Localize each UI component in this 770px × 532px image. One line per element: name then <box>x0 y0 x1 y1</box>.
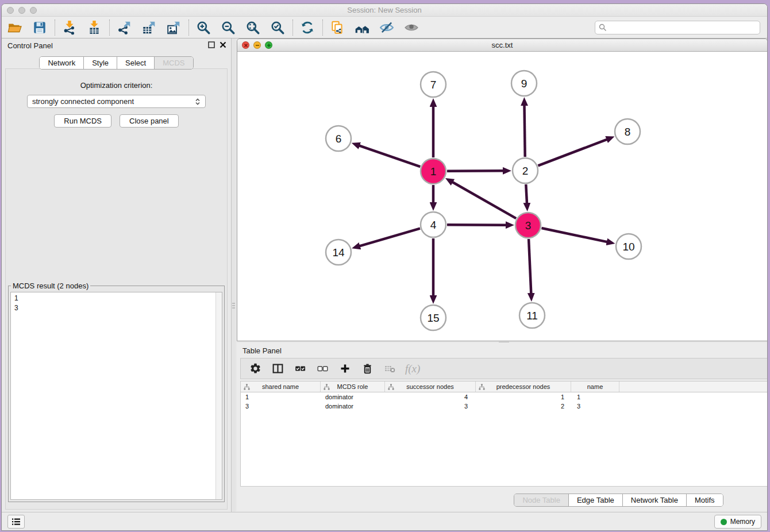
column-label: successor nodes <box>406 383 454 390</box>
import-network-icon[interactable] <box>61 20 77 35</box>
function-builder-icon[interactable]: f(x) <box>405 362 420 376</box>
tab-edge-table[interactable]: Edge Table <box>568 494 622 506</box>
result-scrollbar[interactable] <box>215 292 222 499</box>
search-icon <box>599 24 607 32</box>
close-window-button[interactable] <box>7 7 14 14</box>
search-input[interactable] <box>610 24 756 32</box>
control-panel-tabs: NetworkStyleSelectMCDS <box>39 56 193 70</box>
edge-3-1[interactable] <box>452 182 516 218</box>
criterion-select[interactable]: strongly connected component <box>27 95 206 108</box>
node-3[interactable]: 3 <box>515 213 541 238</box>
zoom-out-icon[interactable] <box>220 20 236 35</box>
column-header-mcds-role[interactable]: MCDS role <box>321 381 385 392</box>
open-folder-icon[interactable] <box>7 20 22 35</box>
network-canvas[interactable]: 7968124314101511 <box>237 52 767 340</box>
edge-2-8[interactable] <box>538 140 607 166</box>
node-11[interactable]: 11 <box>519 303 545 328</box>
hide-selected-icon[interactable] <box>379 20 394 35</box>
maximize-network-button[interactable] <box>265 41 272 49</box>
node-10[interactable]: 10 <box>616 234 641 259</box>
close-panel-button[interactable]: Close panel <box>120 114 179 128</box>
window-title: Session: New Session <box>2 4 767 16</box>
node-label: 11 <box>526 310 538 322</box>
column-header-successor-nodes[interactable]: successor nodes <box>385 381 476 392</box>
search-box <box>595 21 760 34</box>
show-columns-icon[interactable] <box>271 362 284 376</box>
edge-4-14[interactable] <box>359 229 419 246</box>
node-1[interactable]: 1 <box>421 159 446 184</box>
zoom-in-icon[interactable] <box>195 20 211 35</box>
network-desktop: scc.txt 7968124314101511 Table Panel <box>236 38 767 513</box>
node-9[interactable]: 9 <box>511 71 537 96</box>
edge-2-3[interactable] <box>526 184 527 203</box>
memory-button[interactable]: Memory <box>714 515 761 529</box>
export-table-icon[interactable] <box>141 20 156 35</box>
close-panel-icon[interactable] <box>220 41 226 48</box>
tab-mcds[interactable]: MCDS <box>154 57 192 69</box>
table-cell: 3 <box>241 402 321 411</box>
node-2[interactable]: 2 <box>513 158 538 183</box>
table-row[interactable]: 3dominator323 <box>241 402 768 411</box>
edge-3-11[interactable] <box>529 239 531 294</box>
toolbar-separator <box>55 20 55 36</box>
delete-column-icon[interactable] <box>360 362 374 376</box>
node-8[interactable]: 8 <box>615 119 640 144</box>
column-header-name[interactable]: name <box>571 381 619 392</box>
zoom-fit-icon[interactable] <box>245 20 260 35</box>
control-panel-title: Control Panel <box>7 41 53 50</box>
splitter-grip[interactable] <box>232 302 235 310</box>
zoom-selected-icon[interactable] <box>270 20 285 35</box>
main-area: Control Panel NetworkStyleSelectMCDS Opt… <box>2 38 767 513</box>
node-label: 15 <box>427 312 439 324</box>
close-network-button[interactable] <box>242 41 249 49</box>
add-column-icon[interactable] <box>338 362 352 376</box>
node-label: 2 <box>522 165 529 177</box>
zoom-window-button[interactable] <box>30 7 37 14</box>
minimize-window-button[interactable] <box>18 7 25 14</box>
deselect-all-icon[interactable] <box>315 362 329 376</box>
tab-style[interactable]: Style <box>83 57 117 69</box>
node-7[interactable]: 7 <box>421 72 446 97</box>
node-4[interactable]: 4 <box>421 212 446 237</box>
table-row[interactable]: 1dominator411 <box>241 392 768 402</box>
table-settings-icon[interactable] <box>248 362 262 376</box>
toolbar-separator <box>188 20 189 36</box>
optimization-criterion-label: Optimization criterion: <box>6 81 227 90</box>
first-neighbors-icon[interactable] <box>354 20 369 35</box>
tab-network-table[interactable]: Network Table <box>622 494 686 506</box>
delete-table-icon[interactable] <box>383 362 396 376</box>
edge-1-2[interactable] <box>447 171 503 171</box>
select-all-icon[interactable] <box>293 362 307 376</box>
export-image-icon[interactable] <box>165 20 181 35</box>
edge-3-10[interactable] <box>541 228 607 242</box>
panel-splitter[interactable] <box>231 38 236 513</box>
save-icon[interactable] <box>32 20 47 35</box>
minimize-network-button[interactable] <box>253 41 261 49</box>
tab-motifs[interactable]: Motifs <box>686 494 723 506</box>
column-header-shared-name[interactable]: shared name <box>241 381 321 392</box>
node-14[interactable]: 14 <box>326 240 351 265</box>
task-history-button[interactable] <box>7 515 25 529</box>
export-network-icon[interactable] <box>116 20 132 35</box>
node-15[interactable]: 15 <box>421 305 446 330</box>
node-label: 8 <box>625 126 631 138</box>
refresh-layout-icon[interactable] <box>299 20 315 35</box>
run-mcds-button[interactable]: Run MCDS <box>54 114 111 128</box>
traffic-lights <box>7 7 37 14</box>
import-table-icon[interactable] <box>86 20 102 35</box>
edge-1-6[interactable] <box>359 145 420 167</box>
tab-network[interactable]: Network <box>40 57 83 69</box>
node-table: shared nameMCDS rolesuccessor nodesprede… <box>240 381 768 487</box>
toolbar-separator <box>109 20 110 36</box>
column-header-predecessor-nodes[interactable]: predecessor nodes <box>476 381 571 392</box>
edge-2-9[interactable] <box>525 105 525 157</box>
node-6[interactable]: 6 <box>326 126 351 151</box>
show-all-icon[interactable] <box>403 20 419 35</box>
node-label: 7 <box>430 79 437 91</box>
float-panel-icon[interactable] <box>208 41 215 48</box>
clone-network-icon[interactable] <box>329 20 345 35</box>
memory-label: Memory <box>730 518 755 526</box>
tab-select[interactable]: Select <box>117 57 154 69</box>
tab-node-table[interactable]: Node Table <box>514 494 568 506</box>
edge-4-3[interactable] <box>447 225 506 225</box>
